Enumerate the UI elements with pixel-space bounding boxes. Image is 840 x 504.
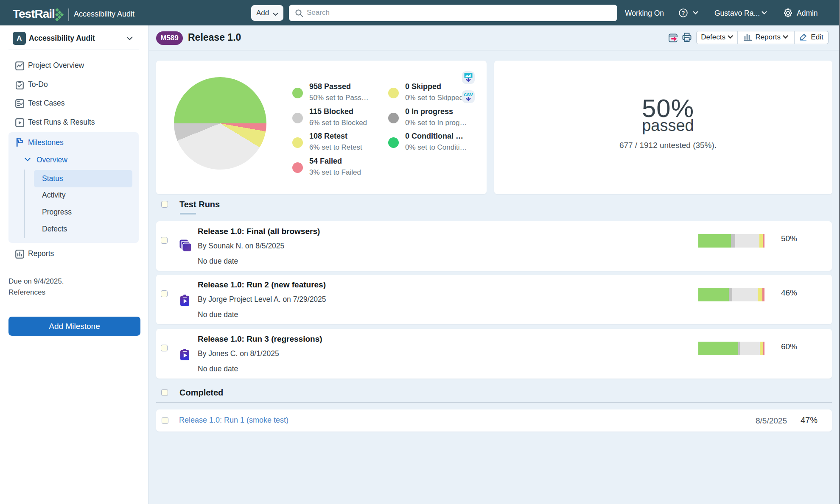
svg-text:?: ? — [682, 10, 685, 16]
svg-text:csv: csv — [464, 91, 473, 97]
